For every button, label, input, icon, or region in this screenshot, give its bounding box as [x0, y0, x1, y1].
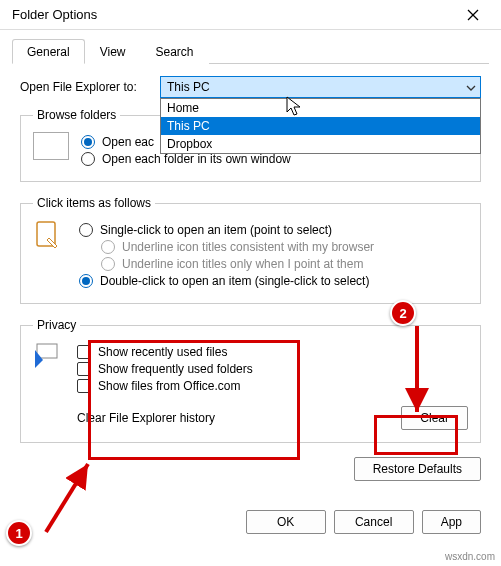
- radio-dot-icon: [101, 240, 115, 254]
- radio-underline-browser-label: Underline icon titles consistent with my…: [122, 240, 374, 254]
- titlebar: Folder Options: [0, 0, 501, 30]
- clear-button[interactable]: Clear: [401, 406, 468, 430]
- radio-own-window[interactable]: Open each folder in its own window: [81, 152, 468, 166]
- window-title: Folder Options: [12, 7, 97, 22]
- radio-dot-icon: [81, 152, 95, 166]
- tab-search[interactable]: Search: [141, 39, 209, 64]
- combo-selected-text: This PC: [167, 80, 210, 94]
- chevron-down-icon: [466, 80, 476, 94]
- open-explorer-row: Open File Explorer to: This PC Home This…: [20, 76, 481, 98]
- click-items-group: Click items as follows Single-click to o…: [20, 196, 481, 304]
- privacy-legend: Privacy: [33, 318, 80, 332]
- check-recent-files[interactable]: Show recently used files: [77, 345, 468, 359]
- radio-dot-icon: [101, 257, 115, 271]
- ok-button[interactable]: OK: [246, 510, 326, 534]
- click-items-legend: Click items as follows: [33, 196, 155, 210]
- close-button[interactable]: [453, 1, 493, 29]
- radio-underline-point-label: Underline icon titles only when I point …: [122, 257, 363, 271]
- annotation-marker-2: 2: [390, 300, 416, 326]
- checkbox-icon: [77, 362, 91, 376]
- watermark: wsxdn.com: [445, 551, 495, 562]
- annotation-marker-1: 1: [6, 520, 32, 546]
- dropdown-option-thispc[interactable]: This PC: [161, 117, 480, 135]
- open-explorer-dropdown: Home This PC Dropbox: [160, 98, 481, 154]
- file-click-icon: [33, 220, 65, 256]
- close-icon: [467, 9, 479, 21]
- dropdown-option-home[interactable]: Home: [161, 99, 480, 117]
- tab-general[interactable]: General: [12, 39, 85, 64]
- check-frequent-folders[interactable]: Show frequently used folders: [77, 362, 468, 376]
- apply-button[interactable]: App: [422, 510, 481, 534]
- open-explorer-combo[interactable]: This PC: [160, 76, 481, 98]
- radio-dot-icon: [81, 135, 95, 149]
- open-explorer-label: Open File Explorer to:: [20, 80, 160, 94]
- check-office-files[interactable]: Show files from Office.com: [77, 379, 468, 393]
- tab-content: Open File Explorer to: This PC Home This…: [0, 64, 501, 481]
- checkbox-icon: [77, 345, 91, 359]
- radio-single-click[interactable]: Single-click to open an item (point to s…: [79, 223, 468, 237]
- checkbox-icon: [77, 379, 91, 393]
- privacy-icon: [33, 342, 65, 370]
- dropdown-option-dropbox[interactable]: Dropbox: [161, 135, 480, 153]
- svg-rect-3: [37, 344, 57, 358]
- tab-view[interactable]: View: [85, 39, 141, 64]
- radio-own-window-label: Open each folder in its own window: [102, 152, 291, 166]
- privacy-group: Privacy Show recently used files Show fr…: [20, 318, 481, 443]
- radio-single-click-label: Single-click to open an item (point to s…: [100, 223, 332, 237]
- dialog-button-row: OK Cancel App: [0, 500, 501, 544]
- radio-double-click[interactable]: Double-click to open an item (single-cli…: [79, 274, 468, 288]
- radio-underline-browser: Underline icon titles consistent with my…: [101, 240, 468, 254]
- radio-same-window-label: Open eac: [102, 135, 154, 149]
- radio-dot-icon: [79, 274, 93, 288]
- radio-dot-icon: [79, 223, 93, 237]
- tab-strip: General View Search: [12, 38, 489, 64]
- clear-history-row: Clear File Explorer history Clear: [33, 406, 468, 430]
- restore-defaults-button[interactable]: Restore Defaults: [354, 457, 481, 481]
- check-recent-files-label: Show recently used files: [98, 345, 227, 359]
- check-office-files-label: Show files from Office.com: [98, 379, 241, 393]
- browse-folders-legend: Browse folders: [33, 108, 120, 122]
- radio-underline-point: Underline icon titles only when I point …: [101, 257, 468, 271]
- radio-double-click-label: Double-click to open an item (single-cli…: [100, 274, 369, 288]
- cancel-button[interactable]: Cancel: [334, 510, 414, 534]
- check-frequent-folders-label: Show frequently used folders: [98, 362, 253, 376]
- folder-icon: [33, 132, 69, 160]
- open-explorer-combo-wrap: This PC Home This PC Dropbox: [160, 76, 481, 98]
- clear-history-label: Clear File Explorer history: [77, 411, 215, 425]
